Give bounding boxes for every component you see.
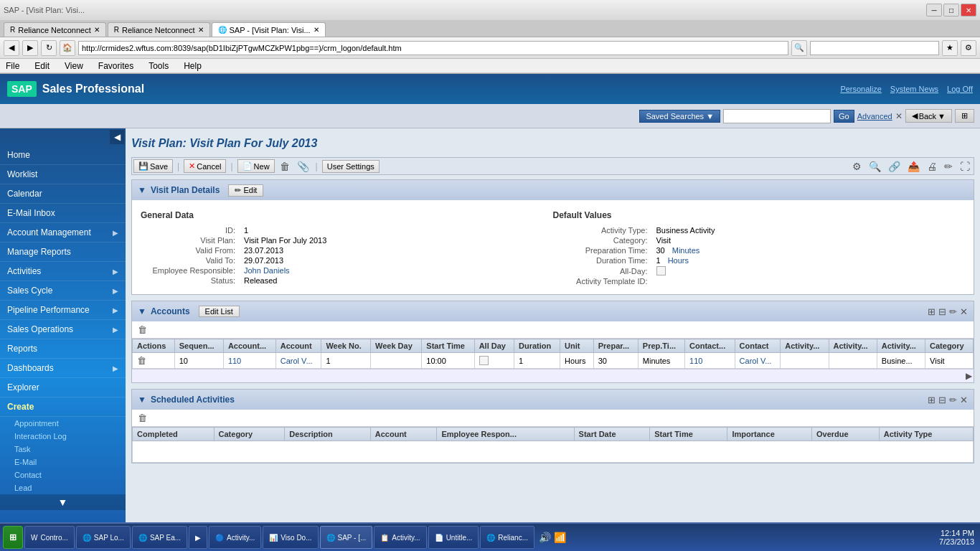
sidebar-item-sales-operations[interactable]: Sales Operations ▶ [0,320,126,339]
taskbar-btn-sap-active[interactable]: 🌐 SAP - [... [320,526,373,549]
menu-favorites[interactable]: Favorites [96,61,136,71]
row-delete-button[interactable]: 🗑 [137,355,146,366]
sidebar-item-reports[interactable]: Reports [0,339,126,359]
settings-icon-button[interactable]: ⚙ [850,160,864,173]
accounts-close-icon-button[interactable]: ✕ [960,306,968,317]
search-icon-button[interactable]: 🔍 [867,160,883,173]
sidebar-item-home[interactable]: Home [0,146,126,165]
browser-tab-1[interactable]: R Reliance Netconnect ✕ [108,22,210,37]
browser-star-button[interactable]: ★ [942,40,958,56]
personalize-link[interactable]: Personalize [840,85,881,93]
browser-home-button[interactable]: 🏠 [60,40,75,56]
accounts-edit-icon-button[interactable]: ✏ [949,306,957,317]
menu-help[interactable]: Help [182,61,204,71]
print-icon-button[interactable]: 🖨 [925,160,939,173]
row-account[interactable]: Carol V... [275,353,321,369]
visit-plan-edit-button[interactable]: ✏ Edit [228,184,263,197]
export-icon-button[interactable]: 📤 [905,160,922,173]
menu-view[interactable]: View [62,61,85,71]
browser-back-button[interactable]: ◀ [4,40,19,56]
taskbar-btn-untitled[interactable]: 📄 Untitle... [428,526,479,549]
create-lead[interactable]: Lead [0,481,126,494]
row-all-day-checkbox[interactable] [479,356,489,365]
sidebar-item-explorer[interactable]: Explorer [0,378,126,397]
taskbar-btn-chrome[interactable]: 🔵 Activity... [209,526,261,549]
tab-close-1[interactable]: ✕ [198,26,204,34]
scheduled-delete-row-button[interactable]: 🗑 [138,413,147,423]
row-contact-num[interactable]: 110 [685,353,735,369]
log-off-link[interactable]: Log Off [947,85,973,93]
taskbar-btn-visio[interactable]: 📊 Viso Do... [263,526,318,549]
edit-icon-button[interactable]: ✏ [942,160,955,173]
employee-responsible-value[interactable]: John Daniels [244,266,290,275]
attachment-button[interactable]: 📎 [295,160,311,173]
sidebar-item-account-management[interactable]: Account Management ▶ [0,223,126,242]
taskbar-btn-word[interactable]: W Contro... [24,526,75,549]
browser-tab-2[interactable]: 🌐 SAP - [Visit Plan: Visi... ✕ [212,22,326,37]
layout-button[interactable]: ⊞ [955,109,974,123]
all-day-checkbox[interactable] [656,266,666,276]
browser-tab-0[interactable]: R Reliance Netconnect ✕ [4,22,106,37]
search-go-button[interactable]: Go [834,110,854,123]
taskbar-btn-reliance[interactable]: 🌐 Relianc... [480,526,534,549]
sidebar-item-sales-cycle[interactable]: Sales Cycle ▶ [0,281,126,301]
menu-tools[interactable]: Tools [146,61,171,71]
menu-edit[interactable]: Edit [32,61,52,71]
minimize-button[interactable]: ─ [926,4,942,17]
start-button[interactable]: ⊞ [3,526,23,549]
link-icon-button[interactable]: 🔗 [886,160,903,173]
duration-unit[interactable]: Hours [668,256,689,265]
scheduled-layout-icon-button[interactable]: ⊟ [938,395,946,405]
delete-button[interactable]: 🗑 [278,160,292,173]
tab-close-2[interactable]: ✕ [314,26,319,34]
sidebar-item-activities[interactable]: Activities ▶ [0,262,126,281]
visit-plan-toggle-icon[interactable]: ▼ [138,185,146,195]
sidebar-collapse-button[interactable]: ◀ [110,130,124,144]
taskbar-btn-sap-lo[interactable]: 🌐 SAP Lo... [76,526,131,549]
advanced-search-link[interactable]: Advanced [857,112,892,121]
browser-tools-button[interactable]: ⚙ [961,40,976,56]
sidebar-item-worklist[interactable]: Worklist [0,165,126,184]
accounts-scroll-right-button[interactable]: ▶ [966,371,972,381]
menu-file[interactable]: File [4,61,22,71]
accounts-edit-list-button[interactable]: Edit List [199,306,240,317]
system-news-link[interactable]: System News [890,85,938,93]
saved-searches-button[interactable]: Saved Searches ▼ [639,110,720,123]
create-email[interactable]: E-Mail [0,456,126,468]
sidebar-item-email-inbox[interactable]: E-Mail Inbox [0,204,126,223]
browser-search-button[interactable]: 🔍 [791,40,807,56]
create-task[interactable]: Task [0,443,126,456]
sidebar-item-calendar[interactable]: Calendar [0,184,126,204]
create-contact[interactable]: Contact [0,468,126,481]
sidebar-scroll-down-button[interactable]: ▼ [0,494,126,510]
taskbar-btn-sap-ea[interactable]: 🌐 SAP Ea... [132,526,187,549]
address-bar[interactable] [78,41,788,55]
accounts-toggle-icon[interactable]: ▼ [138,306,146,316]
search-input[interactable] [723,109,831,123]
back-button[interactable]: ◀ Back ▼ [905,109,952,123]
tab-close-0[interactable]: ✕ [94,26,100,34]
create-interaction-log[interactable]: Interaction Log [0,430,126,443]
browser-forward-button[interactable]: ▶ [22,40,38,56]
close-button[interactable]: ✕ [961,4,976,17]
browser-search-input[interactable] [810,41,939,55]
maximize-button[interactable]: □ [943,4,959,17]
sidebar-item-manage-reports[interactable]: Manage Reports [0,242,126,262]
scheduled-toggle-icon[interactable]: ▼ [138,395,146,405]
cancel-button[interactable]: ✕ Cancel [184,159,226,173]
sidebar-item-dashboards[interactable]: Dashboards ▶ [0,359,126,378]
fullscreen-icon-button[interactable]: ⛶ [958,160,972,173]
prep-time-unit[interactable]: Minutes [672,246,700,255]
create-appointment[interactable]: Appointment [0,417,126,430]
scheduled-close-icon-button[interactable]: ✕ [960,395,968,405]
new-button[interactable]: 📄 New [237,159,275,173]
accounts-grid-icon-button[interactable]: ⊞ [928,306,936,317]
save-button[interactable]: 💾 Save [133,159,173,173]
sidebar-item-pipeline-performance[interactable]: Pipeline Performance ▶ [0,301,126,320]
row-contact[interactable]: Carol V... [735,353,781,369]
row-account-num[interactable]: 110 [223,353,275,369]
scheduled-grid-icon-button[interactable]: ⊞ [928,395,936,405]
scheduled-edit-icon-button[interactable]: ✏ [949,395,957,405]
accounts-delete-row-button[interactable]: 🗑 [138,324,147,335]
taskbar-btn-media[interactable]: ▶ [189,526,207,549]
